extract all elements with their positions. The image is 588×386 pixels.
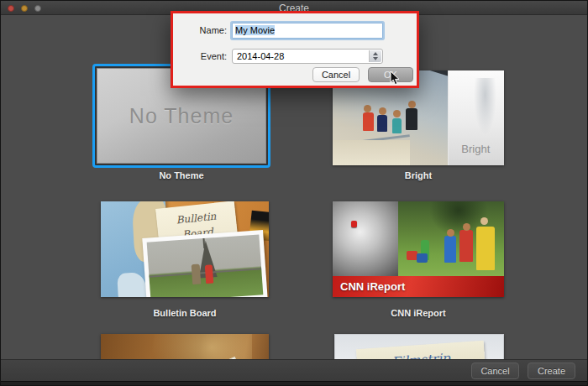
person-navy: [377, 115, 387, 132]
event-value: 2014-04-28: [237, 51, 284, 61]
imovie-create-window: Create No Theme No Theme: [0, 0, 588, 386]
person-head: [447, 229, 454, 237]
person-tan: [192, 263, 202, 284]
name-input[interactable]: My Movie: [232, 23, 383, 39]
chevron-down-icon: [373, 57, 378, 60]
create-dialog: Name: My Movie Event: 2014-04-28 Cancel …: [171, 11, 419, 88]
person-red: [459, 230, 473, 262]
person-head: [379, 107, 386, 115]
red-bucket: [407, 251, 417, 260]
mouse-cursor-icon: [390, 70, 400, 86]
map-land: [118, 273, 148, 297]
theme-label-bright: Bright: [333, 170, 504, 180]
footer-bar: Cancel Create: [1, 359, 587, 381]
footer-cancel-button[interactable]: Cancel: [471, 363, 519, 379]
no-theme-watermark: No Theme: [129, 104, 234, 128]
theme-label-bulletin-board: Bulletin Board: [101, 308, 269, 318]
person-head: [393, 110, 401, 117]
theme-tile-filmstrip[interactable]: Filmstrip: [334, 334, 504, 359]
person-head: [408, 101, 416, 108]
theme-tile-cnn-ireport[interactable]: CNN iReport: [333, 201, 504, 297]
name-label: Name:: [176, 25, 227, 35]
filmstrip-text: Filmstrip: [391, 351, 451, 359]
person-black: [406, 108, 417, 130]
name-input-selected-text: My Movie: [235, 25, 275, 35]
cnn-banner-text: CNN iReport: [333, 280, 405, 293]
chevron-up-icon: [373, 52, 378, 55]
boat-deck: [333, 140, 410, 165]
blue-bucket: [417, 253, 428, 263]
person-red: [363, 112, 374, 131]
theme-tile-comic[interactable]: COMIC: [101, 334, 269, 359]
event-label: Event:: [176, 51, 227, 61]
stepper-icon[interactable]: [369, 50, 381, 62]
light-glow: [151, 334, 252, 359]
dialog-cancel-button[interactable]: Cancel: [312, 67, 360, 82]
event-combobox[interactable]: 2014-04-28: [232, 49, 383, 64]
theme-tile-bulletin-board[interactable]: Bulletin Board: [101, 201, 269, 297]
person-head: [364, 105, 371, 112]
filmstrip-label-band: Filmstrip: [356, 341, 486, 359]
bright-figure: [474, 78, 496, 135]
map-marker: [351, 221, 357, 227]
window-bottom-strip: [1, 381, 587, 386]
person-yellow: [476, 227, 495, 270]
person-red: [205, 264, 214, 284]
bright-panel-text: Bright: [448, 143, 504, 155]
person-head: [463, 223, 470, 231]
footer-create-button[interactable]: Create: [528, 363, 575, 379]
eiffel-photo: [142, 230, 267, 297]
person-blue: [444, 236, 456, 263]
eiffel-scene: [147, 234, 264, 297]
cnn-banner: CNN iReport: [333, 276, 504, 297]
theme-label-no-theme: No Theme: [92, 170, 270, 180]
person-teal: [392, 118, 402, 133]
theme-label-cnn-ireport: CNN iReport: [333, 308, 504, 318]
